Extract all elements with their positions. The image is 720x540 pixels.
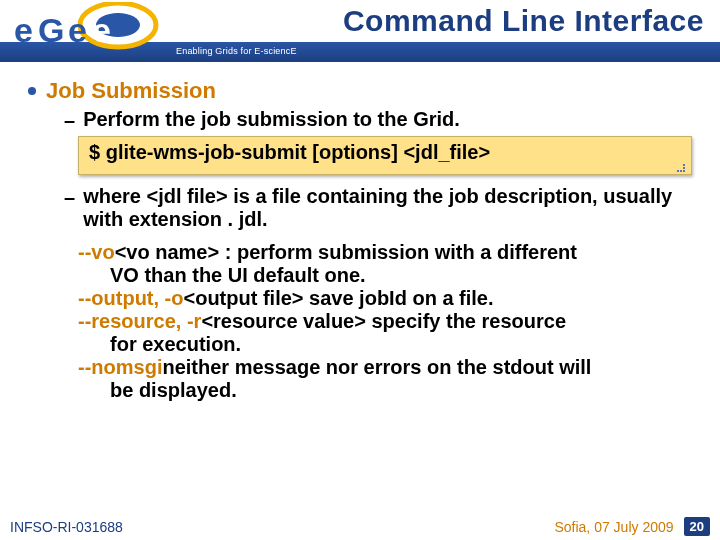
option-cont: be displayed.: [110, 379, 692, 402]
bullet-dot-icon: [28, 87, 36, 95]
bullet-level2-group: – Perform the job submission to the Grid…: [64, 108, 692, 132]
option-desc: neither message nor errors on the stdout…: [162, 356, 591, 379]
svg-text:G: G: [38, 11, 64, 49]
slide-tagline: Enabling Grids for E-sciencE: [176, 46, 297, 56]
dash-icon: –: [64, 109, 75, 132]
slide-header: e G e e Command Line Interface Enabling …: [0, 0, 720, 62]
option-flag: --resource, -r: [78, 310, 201, 333]
command-text: $ glite-wms-job-submit [options] <jdl_fi…: [89, 141, 490, 163]
bullet-level2-group-2: – where <jdl file> is a file containing …: [64, 185, 692, 231]
svg-text:e: e: [14, 11, 33, 49]
option-row: --output, -o <output file> save jobId on…: [78, 287, 692, 310]
option-flag: --vo: [78, 241, 115, 264]
option-flag: --output, -o: [78, 287, 184, 310]
option-desc: <vo name> : perform submission with a di…: [115, 241, 577, 264]
svg-text:e: e: [68, 11, 87, 49]
option-cont: for execution.: [110, 333, 692, 356]
sub-bullet-1: – Perform the job submission to the Grid…: [64, 108, 692, 132]
option-desc: <output file> save jobId on a file.: [184, 287, 494, 310]
bullet-level1: Job Submission: [28, 78, 692, 104]
command-box: $ glite-wms-job-submit [options] <jdl_fi…: [78, 136, 692, 175]
svg-text:e: e: [92, 11, 111, 49]
sub1-text: Perform the job submission to the Grid.: [83, 108, 460, 131]
footer-reference: INFSO-RI-031688: [10, 519, 123, 535]
bullet1-text: Job Submission: [46, 78, 216, 104]
option-desc: <resource value> specify the resource: [201, 310, 566, 333]
footer-right: Sofia, 07 July 2009 20: [554, 517, 710, 536]
resize-handle-icon: [677, 164, 685, 172]
footer-location: Sofia, 07 July 2009: [554, 519, 673, 535]
page-number-badge: 20: [684, 517, 710, 536]
option-row: --vo <vo name> : perform submission with…: [78, 241, 692, 287]
sub2-text: where <jdl file> is a file containing th…: [83, 185, 692, 231]
options-list: --vo <vo name> : perform submission with…: [78, 241, 692, 402]
option-row: --resource, -r <resource value> specify …: [78, 310, 692, 356]
dash-icon: –: [64, 186, 75, 209]
slide-title: Command Line Interface: [343, 4, 704, 38]
sub-bullet-2: – where <jdl file> is a file containing …: [64, 185, 692, 231]
option-flag: --nomsgi: [78, 356, 162, 379]
option-row: --nomsgi neither message nor errors on t…: [78, 356, 692, 402]
option-cont: VO than the UI default one.: [110, 264, 692, 287]
slide-content: Job Submission – Perform the job submiss…: [0, 62, 720, 402]
slide-footer: INFSO-RI-031688 Sofia, 07 July 2009 20: [0, 517, 720, 536]
egee-logo: e G e e: [8, 2, 168, 60]
